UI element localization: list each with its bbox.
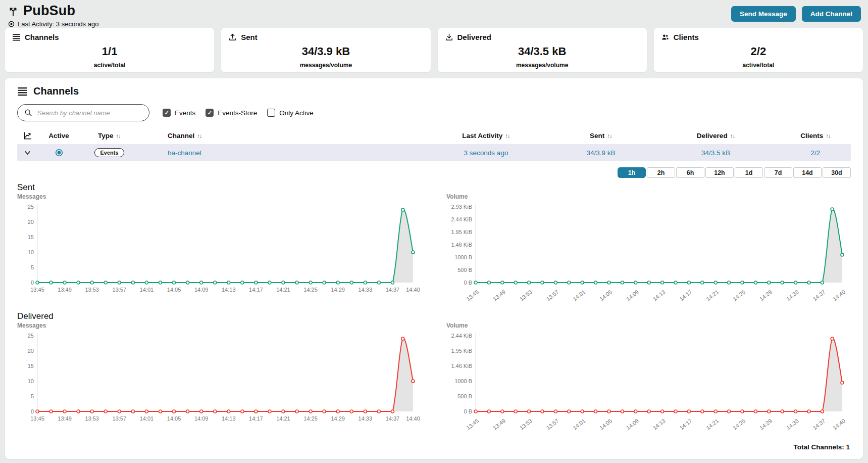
column-header-delivered[interactable]: Delivered ↑↓ xyxy=(651,132,780,140)
delivered-messages-chart: Messages 252015105013:4513:4913:5313:571… xyxy=(17,322,421,436)
svg-text:14:25: 14:25 xyxy=(732,418,746,431)
delivered-section-title: Delivered xyxy=(17,311,851,321)
sort-icon[interactable]: ↑↓ xyxy=(826,133,831,139)
chart-column-icon xyxy=(23,131,32,140)
cell-last-activity: 3 seconds ago xyxy=(422,149,550,157)
column-header-type[interactable]: Type ↑↓ xyxy=(80,132,138,140)
type-badge: Events xyxy=(94,148,124,157)
svg-text:2.93 KiB: 2.93 KiB xyxy=(451,204,472,210)
panel-title: Channels xyxy=(33,85,79,97)
upload-icon xyxy=(228,33,237,41)
svg-text:14:13: 14:13 xyxy=(652,289,667,302)
sent-messages-chart: Messages 252015105013:4513:4913:5313:571… xyxy=(17,193,421,307)
svg-text:14:29: 14:29 xyxy=(331,287,345,293)
card-title: Sent xyxy=(241,33,258,41)
svg-text:13:53: 13:53 xyxy=(519,418,533,431)
search-input[interactable] xyxy=(36,109,142,117)
card-value: 1/1 xyxy=(12,45,207,58)
send-message-button[interactable]: Send Message xyxy=(731,6,796,22)
channels-list-icon xyxy=(17,86,28,97)
time-range-button[interactable]: 7d xyxy=(764,167,792,178)
svg-text:5: 5 xyxy=(31,264,34,270)
chevron-down-icon[interactable] xyxy=(24,149,31,157)
clients-icon xyxy=(661,33,670,41)
sort-icon[interactable]: ↑↓ xyxy=(505,133,510,139)
column-header-last-activity[interactable]: Last Activity ↑↓ xyxy=(422,132,550,140)
cell-clients: 2/2 xyxy=(780,149,851,157)
time-range-button[interactable]: 6h xyxy=(676,167,704,178)
active-radio-icon[interactable] xyxy=(55,149,63,157)
channel-name-link[interactable]: ha-channel xyxy=(168,149,201,157)
svg-text:1.95 KiB: 1.95 KiB xyxy=(451,348,472,354)
svg-text:20: 20 xyxy=(28,219,34,225)
events-checkbox[interactable] xyxy=(163,109,171,117)
svg-text:13:53: 13:53 xyxy=(85,415,99,422)
filter-label: Events-Store xyxy=(218,109,257,117)
svg-text:14:25: 14:25 xyxy=(303,287,318,293)
svg-text:14:17: 14:17 xyxy=(249,287,263,293)
filters: Events Events-Store Only Active xyxy=(163,109,314,117)
filter-events-store[interactable]: Events-Store xyxy=(206,109,257,117)
time-range-button[interactable]: 1d xyxy=(735,167,763,178)
svg-text:14:40: 14:40 xyxy=(406,415,420,422)
svg-text:14:01: 14:01 xyxy=(572,418,586,431)
svg-text:13:57: 13:57 xyxy=(113,287,127,293)
svg-text:14:05: 14:05 xyxy=(167,287,181,293)
table-header-row: Active Type ↑↓ Channel ↑↓ Last Activity … xyxy=(17,129,851,144)
svg-text:15: 15 xyxy=(28,363,34,369)
svg-text:14:21: 14:21 xyxy=(705,418,720,431)
time-range-button[interactable]: 14d xyxy=(793,167,822,178)
cell-sent: 34/3.9 kB xyxy=(550,149,651,157)
svg-text:14:29: 14:29 xyxy=(758,418,773,431)
events-store-checkbox[interactable] xyxy=(206,109,214,117)
svg-text:14:21: 14:21 xyxy=(705,289,720,302)
svg-text:14:17: 14:17 xyxy=(679,289,693,302)
svg-text:14:25: 14:25 xyxy=(732,289,746,302)
channel-search[interactable] xyxy=(17,104,149,121)
svg-text:13:45: 13:45 xyxy=(465,289,480,302)
sort-icon[interactable]: ↑↓ xyxy=(607,133,612,139)
svg-text:14:09: 14:09 xyxy=(194,415,209,422)
filter-events[interactable]: Events xyxy=(163,109,195,117)
app-title: PubSub xyxy=(23,3,75,19)
svg-text:14:37: 14:37 xyxy=(812,418,827,431)
stat-cards: Channels 1/1 active/total Sent 34/3.9 kB… xyxy=(5,28,863,72)
total-channels-label: Total Channels: 1 xyxy=(17,439,851,451)
sort-icon[interactable]: ↑↓ xyxy=(197,133,202,139)
svg-text:14:40: 14:40 xyxy=(406,287,420,293)
svg-text:14:01: 14:01 xyxy=(140,415,154,422)
svg-text:13:45: 13:45 xyxy=(465,418,480,431)
svg-text:20: 20 xyxy=(28,348,34,354)
card-subtitle: active/total xyxy=(12,62,207,69)
svg-text:500 B: 500 B xyxy=(457,267,472,273)
svg-text:1000 B: 1000 B xyxy=(454,254,472,260)
column-header-sent[interactable]: Sent ↑↓ xyxy=(550,132,651,140)
svg-text:14:33: 14:33 xyxy=(785,418,800,431)
stat-card-sent: Sent 34/3.9 kB messages/volume xyxy=(221,28,430,72)
svg-text:14:33: 14:33 xyxy=(359,415,373,422)
time-range-button[interactable]: 30d xyxy=(823,167,851,178)
filter-only-active[interactable]: Only Active xyxy=(267,109,314,117)
sent-volume-chart: Volume 2.93 KiB2.44 KiB1.95 KiB1.46 KiB1… xyxy=(446,193,850,307)
download-icon xyxy=(445,33,453,41)
time-range-button[interactable]: 2h xyxy=(647,167,675,178)
time-range-button[interactable]: 12h xyxy=(705,167,734,178)
svg-text:14:17: 14:17 xyxy=(249,415,263,422)
svg-text:13:53: 13:53 xyxy=(85,287,99,293)
column-header-channel[interactable]: Channel ↑↓ xyxy=(138,132,422,140)
sort-icon[interactable]: ↑↓ xyxy=(730,133,735,139)
add-channel-button[interactable]: Add Channel xyxy=(802,6,861,22)
card-value: 2/2 xyxy=(661,45,856,58)
column-header-clients[interactable]: Clients ↑↓ xyxy=(780,132,851,140)
only-active-checkbox[interactable] xyxy=(267,109,275,117)
svg-text:2.44 KiB: 2.44 KiB xyxy=(451,216,472,222)
time-range-button[interactable]: 1h xyxy=(618,167,646,178)
column-header-active[interactable]: Active xyxy=(37,132,80,140)
svg-text:2.44 KiB: 2.44 KiB xyxy=(451,333,472,339)
svg-text:1000 B: 1000 B xyxy=(454,378,472,384)
svg-text:5: 5 xyxy=(31,393,34,399)
sort-icon[interactable]: ↑↓ xyxy=(116,133,121,139)
svg-text:500 B: 500 B xyxy=(457,393,472,399)
svg-text:10: 10 xyxy=(28,249,34,255)
svg-text:13:57: 13:57 xyxy=(113,415,127,422)
